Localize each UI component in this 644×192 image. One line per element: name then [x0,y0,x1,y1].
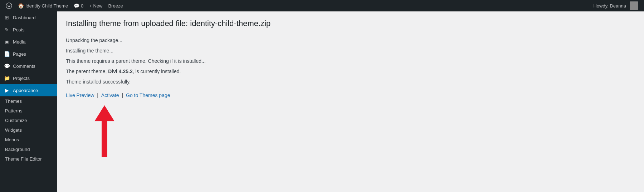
sidebar-item-label: Appearance [13,88,38,93]
new-label: + New [89,3,102,9]
parent-found-prefix: The parent theme, [66,69,108,74]
arrow-annotation [66,105,635,157]
separator-2: | [121,92,125,98]
plugin-breeze-button[interactable]: Breeze [105,0,126,11]
sub-item-label: Themes [5,98,22,104]
sidebar-item-pages[interactable]: 📄 Pages [0,48,57,60]
sidebar: ⊞ Dashboard ✎ Posts ▣ Media 📄 Pages 💬 Co… [0,11,57,192]
log-parent-check: This theme requires a parent theme. Chec… [66,57,635,66]
sub-item-label: Customize [5,118,27,123]
site-name-button[interactable]: 🏠 Identity Child Theme [15,0,71,11]
sidebar-sub-theme-file-editor[interactable]: Theme File Editor [0,154,57,164]
sidebar-item-label: Pages [13,51,26,57]
install-log: Unpacking the package... Installing the … [66,36,635,87]
arrow-head [94,105,114,121]
parent-name-bold: Divi 4.25.2 [108,69,133,74]
comments-icon: 💬 [4,63,10,69]
activate-link[interactable]: Activate [101,92,119,98]
goto-themes-link[interactable]: Go to Themes page [126,92,170,98]
dashboard-icon: ⊞ [4,14,10,21]
projects-icon: 📁 [4,75,10,81]
comments-button[interactable]: 💬 0 [71,0,86,11]
sidebar-item-dashboard[interactable]: ⊞ Dashboard [0,11,57,24]
log-success: Theme installed successfully. [66,77,635,86]
media-icon: ▣ [4,39,10,45]
log-parent-found: The parent theme, Divi 4.25.2, is curren… [66,67,635,76]
sidebar-item-label: Projects [13,76,30,81]
log-installing: Installing the theme... [66,46,635,55]
appearance-icon: ▶ [4,87,10,94]
sidebar-item-media[interactable]: ▣ Media [0,36,57,48]
svg-text:W: W [8,4,11,8]
sidebar-sub-menus[interactable]: Menus [0,135,57,145]
install-links: Live Preview | Activate | Go to Themes p… [66,92,635,98]
sidebar-sub-customize[interactable]: Customize [0,116,57,125]
red-arrow-up [94,105,114,157]
pages-icon: 📄 [4,51,10,57]
separator-1: | [96,92,99,98]
admin-bar: W 🏠 Identity Child Theme 💬 0 + New Breez… [0,0,644,11]
sidebar-sub-background[interactable]: Background [0,145,57,154]
sub-item-label: Menus [5,137,19,142]
avatar [630,1,638,10]
new-content-button[interactable]: + New [86,0,105,11]
sub-item-label: Background [5,147,30,152]
plugin-label: Breeze [108,3,123,9]
comments-count: 0 [81,3,83,9]
sidebar-item-label: Dashboard [13,15,36,20]
sidebar-item-label: Comments [13,64,35,69]
sub-item-label: Widgets [5,127,22,133]
howdy-button[interactable]: Howdy, Deanna [590,0,641,11]
live-preview-link[interactable]: Live Preview [66,92,94,98]
parent-found-suffix: , is currently installed. [133,69,181,74]
comment-icon: 💬 [74,3,79,9]
howdy-label: Howdy, Deanna [593,3,626,9]
sub-item-label: Theme File Editor [5,156,42,162]
sidebar-item-appearance[interactable]: ▶ Appearance [0,84,57,96]
page-title: Installing theme from uploaded file: ide… [66,19,635,29]
main-content-area: Installing theme from uploaded file: ide… [57,11,644,192]
wp-logo-button[interactable]: W [3,0,15,11]
home-icon: 🏠 [18,3,24,9]
sidebar-item-comments[interactable]: 💬 Comments [0,60,57,72]
sidebar-item-projects[interactable]: 📁 Projects [0,72,57,84]
arrow-shaft [102,121,107,157]
sidebar-item-label: Media [13,39,25,45]
sub-item-label: Patterns [5,108,22,113]
main-layout: ⊞ Dashboard ✎ Posts ▣ Media 📄 Pages 💬 Co… [0,11,644,192]
site-name-label: Identity Child Theme [25,3,68,9]
sidebar-sub-widgets[interactable]: Widgets [0,125,57,135]
posts-icon: ✎ [4,26,10,33]
sidebar-sub-themes[interactable]: Themes [0,96,57,106]
sidebar-item-posts[interactable]: ✎ Posts [0,24,57,36]
log-unpack: Unpacking the package... [66,36,635,45]
sidebar-sub-patterns[interactable]: Patterns [0,106,57,116]
sidebar-item-label: Posts [13,27,25,32]
